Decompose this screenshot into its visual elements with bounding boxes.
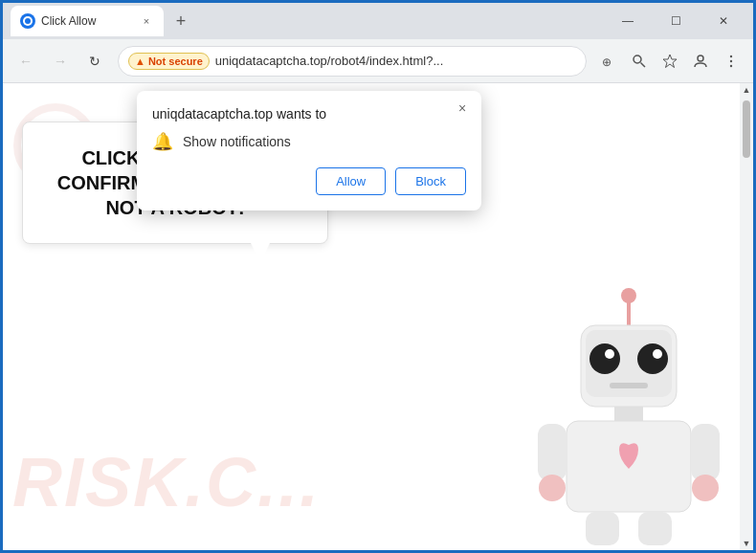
popup-title: uniqdatacaptcha.top wants to bbox=[152, 106, 466, 122]
search-button[interactable] bbox=[625, 47, 654, 76]
svg-point-8 bbox=[730, 59, 732, 61]
warning-icon: ▲ bbox=[135, 55, 145, 67]
svg-line-4 bbox=[641, 62, 646, 67]
watermark-text: RISK.C... bbox=[12, 443, 321, 521]
svg-rect-27 bbox=[586, 512, 619, 545]
new-tab-button[interactable]: + bbox=[167, 8, 194, 34]
bookmark-button[interactable] bbox=[656, 47, 684, 76]
svg-point-6 bbox=[698, 55, 703, 61]
title-bar: Click Allow × + — ☐ ✕ bbox=[3, 3, 753, 39]
security-label: Not secure bbox=[148, 55, 203, 67]
url-display: uniqdatacaptcha.top/robot4/index.html?..… bbox=[215, 54, 576, 68]
svg-point-25 bbox=[539, 475, 566, 501]
scroll-thumb[interactable] bbox=[743, 100, 750, 158]
robot-illustration bbox=[523, 282, 734, 550]
scroll-up-arrow[interactable]: ▲ bbox=[740, 83, 753, 97]
tab-title: Click Allow bbox=[41, 14, 133, 28]
translate-button[interactable]: ⊕ bbox=[594, 47, 623, 76]
svg-point-16 bbox=[589, 343, 620, 374]
svg-marker-5 bbox=[663, 55, 677, 68]
svg-point-26 bbox=[692, 475, 719, 501]
svg-text:⊕: ⊕ bbox=[602, 55, 611, 69]
close-window-button[interactable]: ✕ bbox=[701, 7, 745, 35]
toolbar-icons: ⊕ bbox=[594, 47, 745, 76]
browser-frame: Click Allow × + — ☐ ✕ ← → ↻ ▲ Not secure… bbox=[0, 0, 756, 553]
address-bar[interactable]: ▲ Not secure uniqdatacaptcha.top/robot4/… bbox=[118, 46, 587, 77]
tab-close-button[interactable]: × bbox=[139, 13, 154, 29]
svg-point-19 bbox=[653, 349, 662, 359]
profile-button[interactable] bbox=[686, 47, 715, 76]
svg-point-7 bbox=[730, 55, 732, 56]
svg-rect-24 bbox=[691, 424, 720, 481]
scrollbar[interactable]: ▲ ▼ bbox=[740, 83, 753, 550]
block-button[interactable]: Block bbox=[395, 167, 466, 195]
svg-rect-28 bbox=[638, 512, 672, 545]
toolbar: ← → ↻ ▲ Not secure uniqdatacaptcha.top/r… bbox=[3, 39, 753, 83]
page-content: PHT RISK.C... bbox=[3, 83, 753, 550]
svg-point-1 bbox=[25, 18, 31, 24]
forward-button[interactable]: → bbox=[45, 46, 76, 77]
popup-close-button[interactable]: × bbox=[453, 99, 472, 118]
popup-buttons: Allow Block bbox=[152, 167, 466, 195]
reload-button[interactable]: ↻ bbox=[79, 46, 110, 77]
tab-favicon bbox=[20, 13, 35, 29]
website-background: PHT RISK.C... bbox=[3, 83, 753, 550]
svg-point-18 bbox=[605, 349, 614, 359]
browser-tab[interactable]: Click Allow × bbox=[11, 6, 164, 36]
menu-button[interactable] bbox=[717, 47, 745, 76]
svg-point-3 bbox=[634, 55, 641, 63]
svg-point-13 bbox=[621, 288, 636, 303]
svg-point-9 bbox=[730, 64, 732, 66]
scroll-down-arrow[interactable]: ▼ bbox=[740, 537, 753, 550]
maximize-button[interactable]: ☐ bbox=[654, 7, 698, 35]
svg-rect-23 bbox=[538, 424, 567, 481]
svg-rect-21 bbox=[614, 407, 643, 421]
window-controls: — ☐ ✕ bbox=[606, 7, 745, 35]
allow-button[interactable]: Allow bbox=[316, 167, 386, 195]
notification-popup: uniqdatacaptcha.top wants to × 🔔 Show no… bbox=[137, 91, 481, 210]
back-button[interactable]: ← bbox=[11, 46, 41, 77]
minimize-button[interactable]: — bbox=[606, 7, 650, 35]
bell-icon: 🔔 bbox=[152, 131, 173, 152]
svg-point-17 bbox=[637, 343, 668, 374]
notification-label: Show notifications bbox=[183, 134, 291, 149]
security-badge[interactable]: ▲ Not secure bbox=[128, 53, 210, 70]
svg-rect-20 bbox=[610, 383, 648, 388]
notification-row: 🔔 Show notifications bbox=[152, 131, 466, 152]
